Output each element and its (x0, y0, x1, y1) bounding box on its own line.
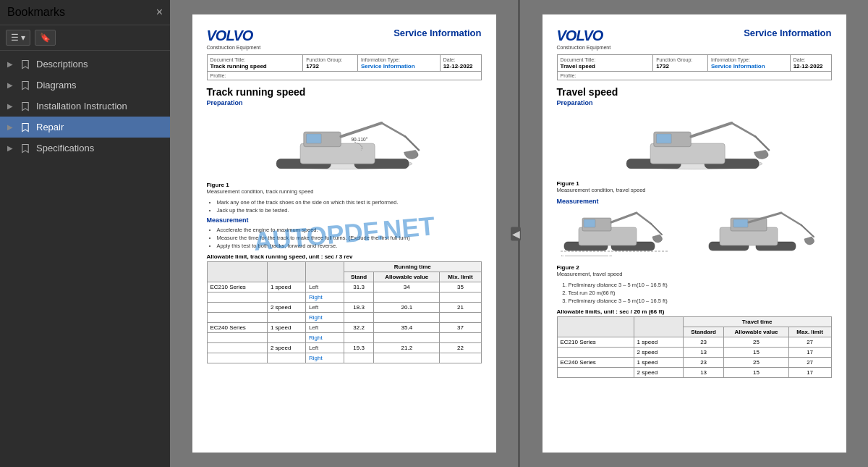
left-service-info: Service Information (393, 28, 481, 38)
right-td-max: 17 (788, 368, 831, 378)
left-func-group-value: 1732 (306, 63, 319, 70)
sidebar-item-repair[interactable]: ▶ Repair (0, 117, 170, 138)
sidebar-item-descriptions[interactable]: ▶ Descriptions (0, 54, 170, 75)
left-td-series (207, 303, 267, 313)
nav-arrow-installation: ▶ (7, 102, 13, 110)
bookmark-button[interactable]: 🔖 (35, 30, 56, 46)
right-excavator-svg1 (586, 111, 803, 176)
sidebar-item-label-installation: Installation Instruction (36, 101, 127, 112)
sidebar-nav: ▶ Descriptions ▶ Diagrams ▶ Installation… (0, 51, 170, 467)
right-profile-label: Profile: (561, 73, 576, 78)
left-table-row: 2 speed Left 19.3 21.2 22 (207, 343, 481, 353)
page-divider[interactable]: ◀ (518, 0, 520, 467)
left-td-side: Right (305, 353, 344, 363)
left-td-mix: 22 (440, 343, 481, 353)
right-td-allowable: 15 (724, 368, 788, 378)
right-volvo-sub: Construction Equipment (557, 45, 611, 50)
left-date-label: Date: (443, 57, 456, 62)
sidebar-title: Bookmarks (7, 6, 65, 19)
right-td-series: EC210 Series (557, 337, 634, 348)
sidebar-item-label-descriptions: Descriptions (36, 59, 88, 70)
left-td-series (207, 343, 267, 353)
left-doc-page: VOLVO Construction Equipment Service Inf… (192, 14, 496, 453)
left-volvo-logo: VOLVO (207, 28, 261, 44)
right-measurement-title: Measurement (557, 198, 832, 205)
left-section-title: Track running speed (207, 86, 482, 98)
left-td-series (207, 333, 267, 343)
left-info-table: Document Title:Track running speed Funct… (207, 54, 482, 80)
left-measurement-title: Measurement (207, 216, 482, 224)
svg-rect-5 (306, 134, 321, 143)
left-td-series: EC240 Series (207, 323, 267, 333)
right-section-title: Travel speed (557, 86, 832, 98)
left-table-row: Right (207, 353, 481, 363)
left-th-mix: Mix. limit (440, 272, 481, 282)
left-td-stand (344, 333, 373, 343)
right-th-standard: Standard (683, 327, 724, 337)
left-td-allowable (374, 313, 440, 323)
left-td-speed (267, 313, 305, 323)
left-table-row: Right (207, 313, 481, 323)
left-th-running-time: Running time (344, 262, 481, 272)
left-td-mix: 37 (440, 323, 481, 333)
list-view-button[interactable]: ☰ ▾ (6, 30, 30, 46)
right-th-max: Max. limit (788, 327, 831, 337)
left-data-table: Running time Stand Allowable value Mix. … (207, 261, 482, 363)
right-table-row: EC240 Series 1 speed 23 25 27 (557, 358, 831, 368)
right-td-series: EC240 Series (557, 358, 634, 368)
left-page-panel: VOLVO Construction Equipment Service Inf… (170, 0, 518, 467)
right-prep-title: Preparation (557, 99, 832, 106)
bookmark-icon-descriptions (20, 59, 30, 70)
svg-line-17 (731, 123, 755, 137)
left-th-side (305, 262, 344, 282)
left-td-side: Left (305, 323, 344, 333)
left-td-mix: 21 (440, 303, 481, 313)
left-th-series (207, 262, 267, 282)
right-figure2-area: ←——————————→ (557, 209, 832, 260)
close-icon[interactable]: × (156, 6, 163, 19)
right-td-allowable: 15 (724, 348, 788, 358)
left-td-speed (267, 333, 305, 343)
left-figure1-label: Figure 1 (207, 182, 482, 188)
nav-arrow-descriptions: ▶ (7, 60, 13, 68)
left-profile-label: Profile: (210, 73, 226, 78)
nav-arrow-repair: ▶ (7, 123, 13, 131)
right-figure2-caption: Measurement, travel speed (557, 271, 832, 277)
sidebar-item-specifications[interactable]: ▶ Specifications (0, 138, 170, 159)
left-td-allowable (374, 353, 440, 363)
sidebar-item-diagrams[interactable]: ▶ Diagrams (0, 75, 170, 96)
right-doc-title-value: Travel speed (561, 63, 595, 70)
left-figure1-caption: Measurement condition, track running spe… (207, 188, 482, 195)
right-func-group-label: Function Group: (656, 57, 692, 62)
right-page-panel: VOLVO Construction Equipment Service Inf… (520, 0, 868, 467)
left-td-side: Right (305, 313, 344, 323)
left-prep-bullet-1: Mark any one of the track shoes on the s… (217, 199, 482, 206)
right-date-value: 12-12-2022 (793, 63, 823, 70)
left-td-side: Left (305, 282, 344, 293)
sidebar: Bookmarks × ☰ ▾ 🔖 ▶ Descriptions ▶ Diagr… (0, 0, 170, 467)
right-allowable-title: Allowable limits, unit : sec / 20 m (66 … (557, 308, 832, 315)
left-th-stand: Stand (344, 272, 373, 282)
nav-arrow-diagrams: ▶ (7, 81, 13, 89)
sidebar-toolbar: ☰ ▾ 🔖 (0, 25, 170, 51)
svg-line-24 (611, 213, 637, 222)
right-doc-page: VOLVO Construction Equipment Service Inf… (542, 14, 846, 453)
right-table-body: EC210 Series 1 speed 23 25 27 2 speed 13… (557, 337, 831, 378)
left-table-row: 2 speed Left 18.3 20.1 21 (207, 303, 481, 313)
left-td-stand: 32.2 (344, 323, 373, 333)
right-date-label: Date: (793, 57, 806, 62)
left-td-stand (344, 353, 373, 363)
left-doc-title-label: Document Title: (210, 57, 246, 62)
right-td-standard: 13 (683, 348, 724, 358)
left-prep-bullets: Mark any one of the track shoes on the s… (217, 199, 482, 214)
right-table-row: 2 speed 13 15 17 (557, 368, 831, 378)
left-td-allowable (374, 293, 440, 303)
svg-line-6 (341, 123, 381, 137)
right-td-max: 27 (788, 337, 831, 348)
left-td-mix (440, 353, 481, 363)
sidebar-item-installation[interactable]: ▶ Installation Instruction (0, 96, 170, 117)
collapse-arrow[interactable]: ◀ (511, 227, 521, 240)
left-td-side: Left (305, 343, 344, 353)
right-td-standard: 23 (683, 337, 724, 348)
left-info-type-value: Service Information (361, 63, 415, 70)
